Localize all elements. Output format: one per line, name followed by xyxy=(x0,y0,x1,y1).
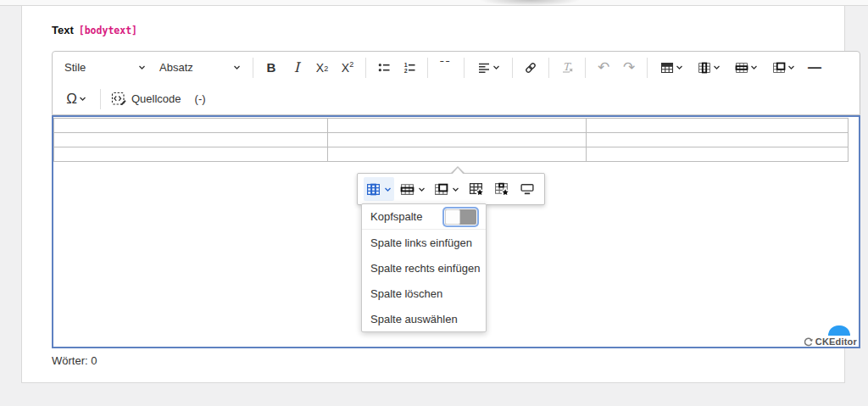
balloon-cell-properties-button[interactable] xyxy=(491,177,513,201)
italic-button[interactable]: I xyxy=(285,56,309,80)
top-divider xyxy=(0,0,868,6)
chevron-down-icon xyxy=(713,64,721,71)
ckeditor-balloon-shape xyxy=(828,325,850,336)
menu-item-label: Spalte links einfügen xyxy=(370,236,472,249)
table-row xyxy=(54,147,849,162)
menu-item-insert-column-right[interactable]: Spalte rechts einfügen xyxy=(362,255,486,281)
styles-dropdown[interactable]: Stile xyxy=(58,56,153,80)
toolbar-separator xyxy=(365,58,366,78)
merge-cells-dropdown[interactable] xyxy=(765,56,801,80)
superscript-button[interactable]: X2 xyxy=(336,56,359,80)
chevron-down-icon xyxy=(750,64,758,71)
menu-item-label: Kopfspalte xyxy=(370,210,422,223)
paragraph-dropdown-label: Absatz xyxy=(159,61,193,74)
blockquote-button[interactable]: “ xyxy=(434,56,458,80)
menu-item-select-column[interactable]: Spalte auswählen xyxy=(362,306,486,331)
toolbar-separator xyxy=(427,58,428,78)
table-row xyxy=(54,133,849,147)
redo-button[interactable]: ↷ xyxy=(617,56,641,80)
table-column-icon xyxy=(698,61,711,75)
toolbar-separator xyxy=(253,58,253,78)
word-count: Wörter: 0 xyxy=(52,354,97,367)
table-row-dropdown[interactable] xyxy=(728,56,764,80)
content-table[interactable] xyxy=(53,118,849,162)
source-editing-label: Quellcode xyxy=(131,92,181,105)
bulleted-list-button[interactable] xyxy=(372,56,396,80)
table-row xyxy=(54,119,849,133)
menu-item-header-column[interactable]: Kopfspalte xyxy=(362,204,486,230)
menu-item-delete-column[interactable]: Spalte löschen xyxy=(362,281,486,306)
special-characters-dropdown[interactable]: Ω xyxy=(58,87,94,111)
chevron-down-icon xyxy=(676,64,683,71)
cell-properties-icon xyxy=(494,181,509,197)
table-row-icon xyxy=(735,61,748,75)
toolbar-row-1: Stile Absatz B I X2 X2 xyxy=(58,52,854,83)
menu-item-label: Spalte rechts einfügen xyxy=(370,262,480,275)
table-properties-icon xyxy=(469,181,484,197)
subscript-button[interactable]: X2 xyxy=(310,56,334,80)
svg-text:T: T xyxy=(563,61,572,73)
superscript-icon: X2 xyxy=(342,61,353,75)
table-cell[interactable] xyxy=(328,119,587,133)
table-cell[interactable] xyxy=(328,133,587,147)
paragraph-dropdown[interactable]: Absatz xyxy=(153,56,248,80)
ckeditor-badge: CKEditor xyxy=(789,325,857,348)
italic-icon: I xyxy=(294,59,299,75)
table-cell[interactable] xyxy=(586,133,848,147)
source-editing-button[interactable]: Quellcode xyxy=(107,87,186,111)
horizontal-line-icon: — xyxy=(808,60,821,75)
toolbar-row-2: Ω Quellcode (-) xyxy=(58,83,854,114)
chevron-down-icon xyxy=(384,186,392,193)
minus-item[interactable]: (-) xyxy=(195,92,206,105)
table-cell[interactable] xyxy=(586,147,848,162)
toolbar-separator xyxy=(548,58,549,78)
bold-button[interactable]: B xyxy=(259,56,283,80)
link-icon xyxy=(524,61,537,75)
styles-dropdown-label: Stile xyxy=(64,61,86,74)
balloon-table-properties-button[interactable] xyxy=(465,177,487,201)
table-cell[interactable] xyxy=(586,119,848,133)
field-label-text: Text xyxy=(52,24,74,36)
table-cell[interactable] xyxy=(328,147,587,162)
remove-format-button[interactable]: T xyxy=(555,56,579,80)
text-alignment-dropdown[interactable] xyxy=(470,56,506,80)
merge-cells-icon xyxy=(772,61,786,75)
chevron-down-icon xyxy=(233,64,241,71)
undo-icon: ↶ xyxy=(598,60,609,75)
source-code-icon xyxy=(111,92,127,106)
toggle-caption-icon xyxy=(520,181,535,197)
table-cell[interactable] xyxy=(54,133,328,147)
numbered-list-icon: 1 2 xyxy=(403,61,416,75)
ckeditor-logo-icon xyxy=(804,337,813,347)
svg-text:1: 1 xyxy=(404,62,408,68)
table-column-dropdown[interactable] xyxy=(691,56,726,80)
undo-button[interactable]: ↶ xyxy=(592,56,615,80)
bulleted-list-icon xyxy=(377,61,391,75)
balloon-table-row-dropdown[interactable] xyxy=(398,177,428,201)
balloon-merge-cells-dropdown[interactable] xyxy=(431,177,462,201)
redo-icon: ↷ xyxy=(623,60,635,75)
chevron-down-icon xyxy=(787,64,795,71)
horizontal-line-button[interactable]: — xyxy=(803,56,826,80)
table-balloon-toolbar xyxy=(357,173,545,205)
toolbar-separator xyxy=(100,89,101,109)
insert-table-dropdown[interactable] xyxy=(654,56,689,80)
chevron-down-icon xyxy=(492,64,500,71)
numbered-list-button[interactable]: 1 2 xyxy=(398,56,421,80)
omega-icon: Ω xyxy=(66,91,77,108)
table-column-menu: Kopfspalte Spalte links einfügen Spalte … xyxy=(361,203,487,332)
merge-cells-icon xyxy=(434,182,448,197)
header-column-toggle[interactable] xyxy=(444,209,477,225)
balloon-table-column-dropdown[interactable] xyxy=(364,177,394,201)
chevron-down-icon xyxy=(452,186,459,193)
insert-table-icon xyxy=(660,61,674,75)
balloon-toggle-caption-button[interactable] xyxy=(516,177,538,201)
toolbar-separator xyxy=(464,58,465,78)
bold-icon: B xyxy=(267,60,276,75)
link-button[interactable] xyxy=(519,56,542,80)
table-cell[interactable] xyxy=(54,147,328,162)
table-cell[interactable] xyxy=(54,119,328,133)
menu-item-insert-column-left[interactable]: Spalte links einfügen xyxy=(362,230,486,255)
table-column-icon xyxy=(366,182,381,197)
table-row-icon xyxy=(400,182,415,197)
